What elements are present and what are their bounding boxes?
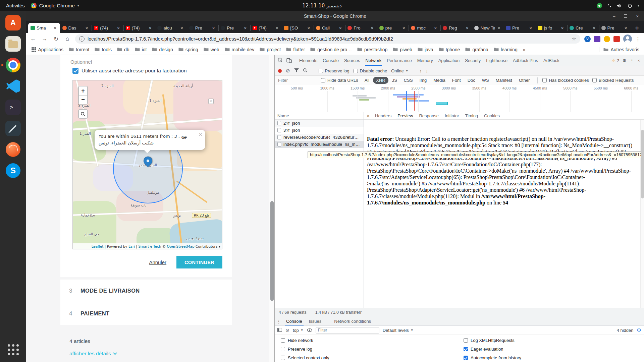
- hide-data-urls-checkbox[interactable]: Hide data URLs: [321, 78, 358, 83]
- console-settings-icon[interactable]: ⚙: [637, 327, 641, 333]
- bookmark-iphone[interactable]: Iphone: [436, 47, 463, 52]
- network-request-row[interactable]: index.php?fc=module&module=ns_m…: [275, 141, 364, 148]
- eye-icon[interactable]: [307, 328, 312, 333]
- devtools-tab-sources[interactable]: Sources: [341, 55, 363, 66]
- filter-pill-manifest[interactable]: Manifest: [493, 77, 515, 84]
- page-scrollbar[interactable]: [269, 55, 274, 362]
- home-button[interactable]: ⌂: [64, 36, 71, 42]
- checkbox[interactable]: [592, 78, 597, 82]
- devtools-tab-elements[interactable]: Elements: [297, 55, 320, 66]
- bookmark-design[interactable]: design: [149, 47, 175, 52]
- console-tab-console[interactable]: Console: [283, 317, 306, 325]
- log-levels-dropdown[interactable]: Default levels▼: [383, 328, 414, 333]
- bookmark-torrent[interactable]: torrent: [66, 47, 92, 52]
- devtools-settings-icon[interactable]: ⚙: [623, 58, 627, 63]
- bookmark-project[interactable]: project: [257, 47, 283, 52]
- record-icon[interactable]: [278, 69, 282, 73]
- devtools-tab-network[interactable]: Network: [363, 55, 384, 66]
- browser-tab[interactable]: Pre×: [599, 23, 631, 33]
- clock[interactable]: 12:11 10 ديسمبر: [302, 3, 342, 9]
- bookmark-flutter[interactable]: flutter: [283, 47, 308, 52]
- scrollbar-thumb[interactable]: [270, 201, 274, 301]
- browser-tab[interactable]: alou×: [155, 23, 187, 33]
- browser-tab[interactable]: (74)×: [92, 23, 123, 33]
- bookmark-web[interactable]: web: [201, 47, 222, 52]
- map-overlay-close-icon[interactable]: ×: [208, 99, 214, 104]
- checkbox[interactable]: [281, 356, 285, 360]
- url-text[interactable]: localhost/PrestaShop-1.7.6.7/index.php?c…: [88, 36, 569, 42]
- tab-close-icon[interactable]: ×: [433, 25, 438, 31]
- files-app-icon[interactable]: [5, 36, 21, 52]
- map-search-button[interactable]: [78, 109, 88, 119]
- terminal-icon[interactable]: >_: [5, 99, 21, 116]
- bookmark-piweb[interactable]: piweb: [390, 47, 415, 52]
- devtools-tab-adblock-plus[interactable]: Adblock Plus: [510, 55, 541, 66]
- browser-tab[interactable]: [SO×: [282, 23, 314, 33]
- zoom-in-button[interactable]: +: [79, 86, 87, 95]
- tab-close-icon[interactable]: ×: [623, 25, 628, 31]
- bookmark-star-icon[interactable]: ☆: [572, 36, 576, 42]
- filter-pill-media[interactable]: Media: [430, 77, 448, 84]
- tab-close-icon[interactable]: ×: [306, 25, 311, 31]
- clear-icon[interactable]: ⊘: [286, 68, 290, 74]
- tab-close-icon[interactable]: ×: [401, 25, 406, 31]
- browser-tab[interactable]: (74)×: [123, 23, 155, 33]
- skype-icon[interactable]: S: [5, 162, 21, 179]
- filter-pill-doc[interactable]: Doc: [465, 77, 478, 84]
- leaflet-map[interactable]: المنزه 7أريانة الجديدةالمنزه 1المنزه 9ال…: [72, 80, 222, 249]
- checkbox[interactable]: [281, 347, 285, 351]
- checkbox[interactable]: [464, 338, 468, 343]
- console-setting-preserve-log[interactable]: Preserve log: [281, 345, 329, 353]
- browser-tab[interactable]: Das×: [60, 23, 92, 33]
- network-conditions-tab[interactable]: Network conditions: [334, 319, 371, 324]
- attribution-link[interactable]: Leaflet: [92, 244, 104, 248]
- tab-close-icon[interactable]: ×: [560, 25, 565, 31]
- tab-close-icon[interactable]: ×: [528, 25, 533, 31]
- tab-close-icon[interactable]: ×: [496, 25, 501, 31]
- network-request-row[interactable]: reverseGeocode?outSR=4326&returnI…: [275, 134, 364, 141]
- filter-pill-js[interactable]: JS: [389, 77, 400, 84]
- continue-button[interactable]: CONTINUER: [176, 256, 222, 268]
- bookmark-prestashop[interactable]: prestashop: [355, 47, 390, 52]
- filter-pill-ws[interactable]: WS: [479, 77, 492, 84]
- request-detail-tab-response[interactable]: Response: [416, 112, 442, 119]
- request-detail-tab-headers[interactable]: Headers: [372, 112, 394, 119]
- checkbox[interactable]: [281, 338, 285, 343]
- extension-v-icon[interactable]: V: [584, 36, 591, 42]
- console-tab-issues[interactable]: Issues: [306, 317, 325, 325]
- filter-pill-img[interactable]: Img: [417, 77, 430, 84]
- filter-pill-css[interactable]: CSS: [401, 77, 416, 84]
- close-icon[interactable]: ×: [636, 14, 639, 19]
- devtools-tab-performance[interactable]: Performance: [384, 55, 414, 66]
- devtools-tab-memory[interactable]: Memory: [415, 55, 436, 66]
- orange-globe-app-icon[interactable]: [5, 141, 21, 158]
- checkbox[interactable]: [319, 69, 323, 73]
- inspect-element-icon[interactable]: [276, 55, 285, 66]
- cancel-link[interactable]: Annuler: [149, 259, 166, 265]
- tab-close-icon[interactable]: ×: [243, 25, 248, 31]
- request-detail-tab-initiator[interactable]: Initiator: [442, 112, 462, 119]
- filter-pill-font[interactable]: Font: [449, 77, 464, 84]
- network-filter-input[interactable]: [278, 78, 318, 83]
- address-bar[interactable]: i localhost/PrestaShop-1.7.6.7/index.php…: [75, 34, 580, 44]
- devtools-tab-adblock[interactable]: AdBlock: [541, 55, 562, 66]
- console-setting-autocomplete-from-history[interactable]: Autocomplete from history: [464, 353, 521, 362]
- activities-button[interactable]: Activités: [0, 3, 31, 8]
- show-applications-icon[interactable]: [5, 341, 21, 358]
- browser-tab[interactable]: pre×: [377, 23, 409, 33]
- detail-scrollbar[interactable]: [640, 120, 644, 308]
- bookmark-db[interactable]: db: [114, 47, 132, 52]
- tab-close-icon[interactable]: ×: [148, 25, 153, 31]
- profile-avatar[interactable]: [623, 35, 632, 43]
- chrome-menu-icon[interactable]: ⋮: [635, 36, 641, 42]
- export-har-icon[interactable]: ↓: [426, 68, 428, 73]
- forward-button[interactable]: →: [41, 36, 48, 42]
- reload-button[interactable]: ↻: [52, 36, 60, 43]
- tab-close-icon[interactable]: ×: [116, 25, 121, 31]
- system-tray[interactable]: ▾: [597, 3, 644, 8]
- maximize-icon[interactable]: [624, 14, 627, 18]
- extension-puzzle-icon[interactable]: [594, 36, 600, 42]
- bookmark-iot[interactable]: iot: [132, 47, 150, 52]
- console-sidebar-icon[interactable]: [277, 328, 282, 333]
- tab-close-icon[interactable]: ×: [211, 25, 216, 31]
